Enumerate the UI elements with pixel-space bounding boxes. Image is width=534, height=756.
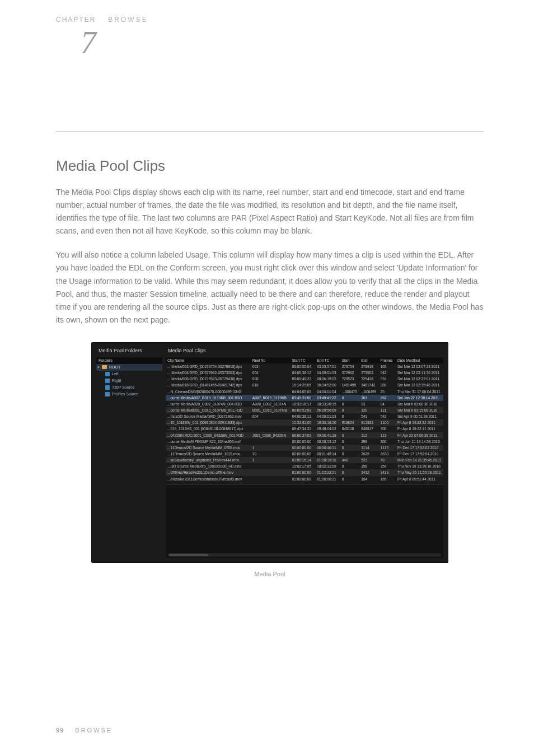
cell: 0 <box>340 395 359 401</box>
cell: 00:00:13:12 <box>315 438 340 445</box>
folder-item[interactable]: ProRes Source <box>96 391 162 398</box>
cell: 01:00:19:18 <box>315 457 340 463</box>
cell: 3433 <box>379 469 396 475</box>
section-indicator: BROWSE <box>108 16 148 24</box>
table-row[interactable]: ...15_1018SW_001.[00910824-00911923].dpx… <box>166 419 443 426</box>
table-row[interactable]: ...ource Media/A020_C002_01074N_004.R3DA… <box>166 401 443 407</box>
table-row[interactable]: ...mos/2D Source Media/GRD_00372962.mov0… <box>166 413 443 419</box>
table-row[interactable]: ... Media/003/GRD_[00278754-00278918].dp… <box>166 363 443 370</box>
body-paragraph-2: You will also notice a column labeled Us… <box>56 249 484 326</box>
clips-table[interactable]: Clip NameReel NoStart TCEnd TCStartEndFr… <box>166 357 443 482</box>
table-row[interactable]: ...11Demos/2D Source Media/MM_0558.mov10… <box>166 445 443 451</box>
cell: 10:02:32:09 <box>315 463 340 469</box>
cell: 00:00:05:00 <box>291 438 316 445</box>
page-number: 99 <box>56 727 64 734</box>
cell: ...ource Media/A020_C002_01074N_004.R3D <box>166 401 251 407</box>
cell <box>251 419 291 426</box>
cell: 03:05:57:01 <box>315 363 340 370</box>
table-row[interactable]: ...Offlines/Resolve2011Demo-offline.mov0… <box>166 469 443 475</box>
scrollbar-thumb[interactable] <box>169 554 208 556</box>
table-row[interactable]: ... Media/008/GRD_[00728523-00729438].dp… <box>166 376 443 382</box>
cell: 848118 <box>340 426 359 432</box>
cell: Fri Dec 17 17:52:04 2010 <box>396 451 443 457</box>
table-row[interactable]: ...hl_CinemaDNG/[02000475-00000499].DNG0… <box>166 389 443 395</box>
cell: 04:04:05:05 <box>291 389 316 395</box>
table-row[interactable]: ... Media/018/GRD_[01481455-01481742].dp… <box>166 382 443 388</box>
cell: 448 <box>340 457 359 463</box>
cell: 06:09:51:08 <box>291 407 316 413</box>
cell: 09:06:41:19 <box>315 432 340 438</box>
cell: 09:06:37:02 <box>291 432 316 438</box>
folder-label: Right <box>112 379 121 383</box>
cell: ...0422BN.RDC/J001_C006_0422BN_001.R3D <box>166 432 251 438</box>
bin-icon <box>105 379 110 383</box>
cell: 10:33:18:20 <box>315 419 340 426</box>
folder-label: Left <box>112 372 119 376</box>
cell: 25 <box>379 389 396 395</box>
cell: 848817 <box>359 426 378 432</box>
cell: 2630 <box>379 451 396 457</box>
cell: Fri Dec 17 17:52:02 2010 <box>396 445 443 451</box>
cell: 04:09:01:03 <box>315 370 340 376</box>
folder-item[interactable]: Right <box>96 377 162 384</box>
column-header[interactable]: Date Modified <box>396 357 443 363</box>
media-pool-folders-panel: Media Pool Folders Folders ▾ ROOT LeftRi… <box>96 347 162 558</box>
cell: ...ource Media/MPEGIMP/422_83/ina850.mxf <box>166 438 251 445</box>
column-header[interactable]: Reel No <box>251 357 291 363</box>
cell: 01:00:00:00 <box>291 476 316 482</box>
cell: 06:09:56:09 <box>315 407 340 413</box>
cell: Sat Jan 22 12:38:14 2011 <box>396 395 443 401</box>
cell: ...ource Media/A007_R019_0119KB_001.R3D <box>166 395 251 401</box>
cell: Mon Feb 14 21:35:45 2011 <box>396 457 443 463</box>
cell: 916 <box>379 376 396 382</box>
cell: Sat Mar 12 02:22:01 2011 <box>396 376 443 382</box>
horizontal-scrollbar[interactable] <box>168 553 441 557</box>
table-row[interactable]: ...0422BN.RDC/J001_C006_0422BN_001.R3DJ0… <box>166 432 443 438</box>
cell: 78 <box>379 457 396 463</box>
folders-column-header: Folders <box>96 357 162 364</box>
cell: 0 <box>340 413 359 419</box>
disclosure-triangle-icon[interactable]: ▾ <box>97 365 100 370</box>
cell: 729438 <box>359 376 378 382</box>
cell <box>251 426 291 432</box>
cell: 299 <box>359 438 378 445</box>
cell: 04:04:01:04 <box>315 389 340 395</box>
column-header[interactable]: Start TC <box>291 357 316 363</box>
cell: 08:06:19:03 <box>315 376 340 382</box>
cell: 0 <box>340 407 359 413</box>
cell: ... Media/003/GRD_[00278754-00278918].dp… <box>166 363 251 370</box>
cell <box>251 476 291 482</box>
cell: Thu Jun 10 19:14:58 2010 <box>396 438 443 445</box>
table-row[interactable]: ...ource Media/A007_R019_0119KB_001.R3DA… <box>166 395 443 401</box>
column-header[interactable]: Clip Name <box>166 357 251 363</box>
cell: 10:02:17:05 <box>291 463 316 469</box>
column-header[interactable]: End <box>359 357 378 363</box>
cell: ...15_1018SW_001.[00910824-00911923].dpx <box>166 419 251 426</box>
table-row[interactable]: ...ource Media/MPEGIMP/422_83/ina850.mxf… <box>166 438 443 445</box>
folder-root[interactable]: ▾ ROOT <box>96 364 162 371</box>
cell: 541 <box>359 413 378 419</box>
table-row[interactable]: ...ia/Slawiborsky_ungraded_ProRes444.mov… <box>166 457 443 463</box>
table-row[interactable]: .../Resolve2011Demos/stabed/OT/result3.m… <box>166 476 443 482</box>
cell: 01:02:22:21 <box>315 469 340 475</box>
media-pool-clips-panel: Media Pool Clips Clip NameReel NoStart T… <box>166 347 443 558</box>
folder-item[interactable]: 720P Source <box>96 384 162 391</box>
table-row[interactable]: ... Media/004/GRD_[00372962-00373503].dp… <box>166 370 443 376</box>
cell: 728523 <box>340 376 359 382</box>
cell: 01:00:00:00 <box>291 469 316 475</box>
cell: 00:00:46:11 <box>315 445 340 451</box>
cell: 004 <box>251 413 291 419</box>
column-header[interactable]: End TC <box>315 357 340 363</box>
cell: ...ia/Slawiborsky_ungraded_ProRes444.mov <box>166 457 251 463</box>
folder-label: 720P Source <box>112 385 134 390</box>
cell: 300 <box>379 438 396 445</box>
table-row[interactable]: ...015_1018HS_001.[00848118-00848817].dp… <box>166 426 443 432</box>
cell: 1114 <box>359 445 378 451</box>
column-header[interactable]: Start <box>340 357 359 363</box>
table-row[interactable]: ...ource Media/B001_C010_0107MB_001.R3DB… <box>166 407 443 413</box>
table-row[interactable]: .../2D Source Media/drp_1080X2000_HD.cin… <box>166 463 443 469</box>
column-header[interactable]: Frames <box>379 357 396 363</box>
folder-item[interactable]: Left <box>96 371 162 377</box>
table-row[interactable]: ...11Demos/2D Source Media/MM_1015.mov10… <box>166 451 443 457</box>
cell: ... Media/008/GRD_[00728523-00729438].dp… <box>166 376 251 382</box>
